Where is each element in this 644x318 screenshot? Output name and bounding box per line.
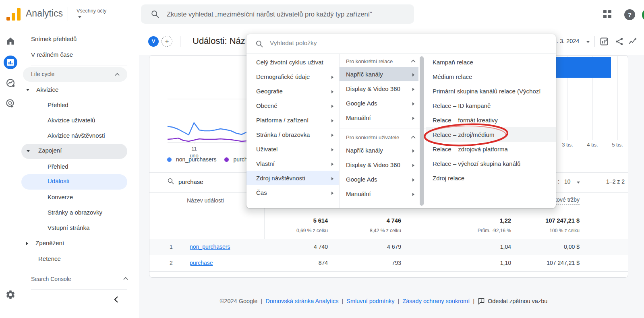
footer-separator: |	[261, 298, 262, 304]
apps-grid-icon[interactable]	[603, 10, 613, 20]
table-search-input[interactable]: purchase	[178, 178, 203, 185]
x-axis-tick: 5 tis.	[609, 142, 626, 148]
picker-item-label: Display & Video 360	[346, 161, 400, 168]
icon-rail	[0, 28, 22, 318]
event-link-non-purchasers[interactable]: non_purchasers	[190, 244, 230, 250]
sidebar-item-realtime[interactable]: V reálném čase	[31, 50, 73, 60]
picker-item-custom[interactable]: Vlastní	[246, 156, 339, 171]
footer-link-privacy[interactable]: Zásady ochrany soukromí	[402, 298, 470, 304]
user-avatar[interactable]	[642, 8, 644, 21]
picker-item-session-campaign-id[interactable]: Relace – ID kampaně	[426, 98, 556, 113]
picker-item-user[interactable]: Uživatel	[246, 142, 339, 156]
collapse-nav-icon[interactable]	[112, 295, 121, 304]
sidebar-item-retention[interactable]: Retence	[38, 254, 61, 264]
account-switcher[interactable]: Všechny účty	[77, 8, 106, 14]
page-footer: ©2024 Google | Domovská stránka Analytic…	[139, 297, 628, 305]
date-range-selector[interactable]: . 3. 2024	[557, 38, 590, 44]
picker-item-traffic-source[interactable]: Zdroj návštěvnosti	[246, 171, 339, 185]
picker-item-general[interactable]: Obecné	[246, 98, 339, 113]
section-lifecycle[interactable]: Life cycle	[23, 67, 127, 82]
picker-item-platform[interactable]: Platforma / zařízení	[246, 113, 339, 127]
totals-per-user: 1,22	[455, 217, 511, 224]
picker-item-session-medium[interactable]: Médium relace	[426, 69, 556, 84]
picker-item-label: Display & Video 360	[346, 85, 400, 92]
feedback-icon	[478, 297, 485, 305]
global-search[interactable]: Zkuste vyhledat „meziměsíční nárůst uživ…	[141, 4, 414, 24]
picker-item-google-ads-session[interactable]: Google Ads	[340, 96, 418, 110]
picker-item-label: Celý životní cyklus uživat	[256, 59, 323, 66]
picker-search[interactable]: Vyhledat položky	[246, 34, 556, 54]
scrollbar-thumb[interactable]	[420, 56, 424, 206]
picker-item-cross-channel-user[interactable]: Napříč kanály	[340, 143, 418, 157]
home-icon[interactable]	[5, 36, 16, 46]
sidebar-item-engagement[interactable]: Zapojení	[21, 144, 127, 159]
settings-gear-icon[interactable]	[5, 289, 16, 300]
picker-item-session-campaign[interactable]: Kampaň relace	[426, 55, 556, 69]
picker-item-session-primary-channel-group[interactable]: Primární skupina kanálů relace (Výchozí	[426, 84, 556, 98]
picker-item-geography[interactable]: Geografie	[246, 84, 339, 98]
footer-link-analytics-home[interactable]: Domovská stránka Analytics	[265, 298, 338, 304]
picker-item-dv360-user[interactable]: Display & Video 360	[340, 157, 418, 172]
picker-item-session-source-platform[interactable]: Relace – zdrojová platforma	[426, 142, 556, 156]
sidebar-item-acq-overview[interactable]: Přehled	[48, 100, 68, 110]
totals-revenue: 107 247,21 $	[523, 217, 580, 224]
picker-item-lifecycle[interactable]: Celý životní cyklus uživat	[246, 55, 339, 69]
sidebar-item-pages[interactable]: Stránky a obrazovky	[48, 208, 102, 217]
group-divider	[340, 128, 426, 128]
picker-item-label: Google Ads	[346, 176, 377, 183]
footer-separator: |	[473, 298, 474, 304]
explore-icon[interactable]	[5, 78, 16, 88]
analytics-logo-icon[interactable]	[6, 8, 22, 21]
picker-item-manual-session[interactable]: Manuální	[340, 110, 418, 125]
row-index: 2	[170, 260, 173, 266]
share-icon[interactable]	[615, 37, 624, 46]
rows-per-page-select[interactable]: 10	[564, 178, 580, 185]
picker-item-session-source-medium[interactable]: Relace – zdroj/médium	[426, 127, 556, 142]
sidebar-item-eng-overview[interactable]: Přehled	[48, 162, 68, 171]
topbar: Analytics Všechny účty Zkuste vyhledat „…	[0, 0, 644, 28]
group-header-user-scoped[interactable]: Pro konkrétní uživatele	[340, 132, 426, 143]
picker-item-label: Uživatel	[256, 146, 277, 153]
picker-item-session-default-channel-group[interactable]: Relace – výchozí skupina kanálů	[426, 156, 556, 171]
sidebar-item-acq-traffic[interactable]: Akvizice návštěvnosti	[48, 131, 105, 140]
sidebar-item-conversions[interactable]: Konverze	[48, 192, 73, 202]
chevron-up-icon	[114, 72, 120, 76]
event-link-purchase[interactable]: purchase	[190, 260, 213, 266]
add-comparison-button[interactable]: +	[162, 36, 172, 47]
product-name: Analytics	[26, 8, 63, 19]
picker-item-session-source[interactable]: Zdroj relace	[426, 171, 556, 185]
picker-item-time[interactable]: Čas	[246, 185, 339, 200]
picker-item-dv360-session[interactable]: Display & Video 360	[340, 81, 418, 96]
section-search-console[interactable]: Search Console	[31, 274, 71, 284]
sidebar-item-monetization[interactable]: Zpeněžení	[26, 238, 64, 248]
group-header-session-scoped[interactable]: Pro konkrétní relace	[340, 56, 426, 67]
picker-item-page-screen[interactable]: Stránka / obrazovka	[246, 127, 339, 142]
picker-item-demographics[interactable]: Demografické údaje	[246, 69, 339, 84]
topbar-divider	[68, 7, 68, 21]
submenu-arrow-icon	[328, 117, 333, 124]
sidebar-item-events-selected[interactable]: Události	[21, 174, 127, 190]
footer-link-terms[interactable]: Smluvní podmínky	[346, 298, 394, 304]
advertising-icon[interactable]	[5, 98, 16, 109]
picker-item-google-ads-user[interactable]: Google Ads	[340, 172, 418, 186]
submenu-arrow-icon	[409, 85, 414, 92]
table-row: 2 purchase 874 793 1,10 107 247,21 $	[149, 255, 628, 272]
sidebar-item-acq-users[interactable]: Akvizice uživatelů	[48, 116, 95, 125]
sidebar-item-landing[interactable]: Vstupní stránka	[48, 223, 89, 233]
table-search-icon	[167, 178, 174, 185]
reports-icon[interactable]	[4, 56, 17, 69]
send-feedback-button[interactable]: Odeslat zpětnou vazbu	[478, 297, 547, 305]
rows-per-page-label: :	[558, 178, 559, 185]
customize-report-icon[interactable]	[599, 37, 609, 46]
picker-item-manual-user[interactable]: Manuální	[340, 186, 418, 201]
picker-item-cross-channel-session[interactable]: Napříč kanály	[340, 67, 418, 81]
cell-users: 793	[345, 260, 401, 266]
sidebar-item-acquisition[interactable]: Akvizice	[26, 85, 58, 95]
property-avatar[interactable]: V	[148, 36, 159, 47]
date-range-label: . 3. 2024	[557, 38, 579, 44]
picker-item-session-creative-format[interactable]: Relace – formát kreativy	[426, 113, 556, 127]
help-icon[interactable]: ?	[624, 9, 635, 20]
insights-icon[interactable]	[628, 37, 638, 46]
picker-item-label: Platforma / zařízení	[256, 117, 309, 124]
sidebar-item-snapshot[interactable]: Snímek přehledů	[31, 34, 77, 44]
